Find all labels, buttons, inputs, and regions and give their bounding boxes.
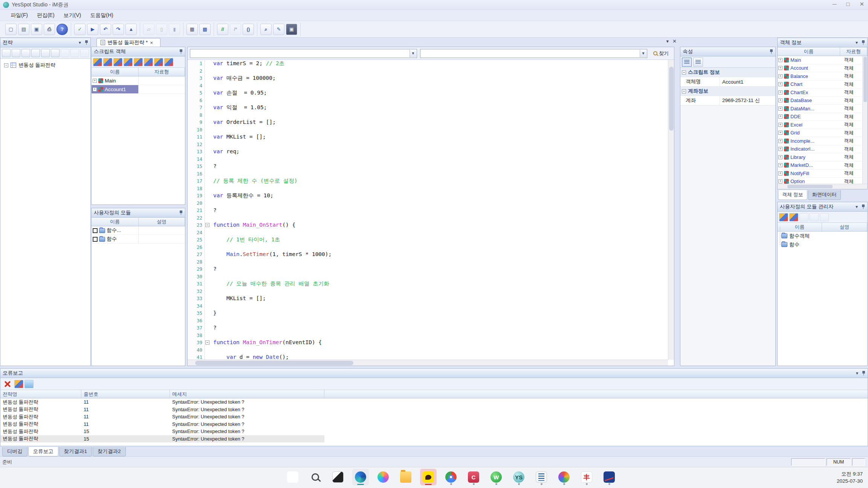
expand-icon[interactable]: +: [778, 82, 782, 86]
pin-icon[interactable]: [179, 49, 183, 54]
document-tab[interactable]: 변동성 돌파전략 * ×: [96, 38, 160, 47]
column-header-type[interactable]: 자료형: [139, 68, 185, 76]
stock-app-icon[interactable]: [601, 469, 617, 485]
script-check-icon[interactable]: ✓: [74, 24, 86, 35]
code-line[interactable]: 19var 등록제한수 = 10;: [188, 192, 668, 200]
find-object-icon[interactable]: [103, 58, 112, 66]
open-strategy-icon[interactable]: [12, 49, 20, 57]
expand-icon[interactable]: +: [778, 114, 782, 119]
code-line[interactable]: 24: [188, 229, 668, 236]
braces-icon[interactable]: (): [243, 24, 254, 35]
search-button[interactable]: [307, 469, 324, 485]
code-line[interactable]: 15?: [188, 163, 668, 170]
export-icon[interactable]: [80, 49, 89, 57]
error-row[interactable]: 변동성 돌파전략11SyntaxError: Unexpected token …: [0, 398, 868, 406]
expand-icon[interactable]: +: [778, 58, 782, 62]
code-line[interactable]: 20: [188, 200, 668, 207]
column-header-name[interactable]: 이름: [92, 68, 139, 76]
code-line[interactable]: 14: [188, 156, 668, 163]
save-icon[interactable]: ▣: [31, 24, 42, 35]
terminal-app-icon[interactable]: [533, 469, 550, 485]
code-line[interactable]: 32: [188, 288, 668, 295]
code-area[interactable]: 1var timerS = 2; // 2초23var 매수금 = 100000…: [188, 60, 668, 360]
property-value[interactable]: 2969-2572-11 신: [720, 96, 775, 105]
package-icon[interactable]: [113, 58, 122, 66]
paste-icon[interactable]: ▮: [169, 24, 180, 35]
paste-module-icon[interactable]: [810, 213, 819, 221]
error-row[interactable]: 변동성 돌파전략11SyntaxError: Unexpected token …: [0, 406, 868, 413]
kakaotalk-icon[interactable]: [420, 469, 437, 485]
column-header-desc[interactable]: 설명: [822, 223, 867, 231]
object-info-row[interactable]: +Main객체: [778, 56, 862, 64]
object-combo[interactable]: ▼: [190, 49, 417, 58]
object-info-vertical-scrollbar[interactable]: [862, 56, 867, 184]
code-line[interactable]: 1var timerS = 2; // 2초: [188, 60, 668, 67]
add-module-icon[interactable]: [779, 213, 788, 221]
expand-icon[interactable]: +: [778, 66, 782, 70]
code-line[interactable]: 29?: [188, 265, 668, 273]
new-file-icon[interactable]: ▢: [5, 24, 17, 35]
code-line[interactable]: 22: [188, 214, 668, 222]
strategy-tree-item[interactable]: − 변동성 돌파전략: [0, 59, 90, 69]
chrome-icon[interactable]: [443, 469, 459, 485]
error-row[interactable]: 변동성 돌파전략11SyntaxError: Unexpected token …: [0, 413, 868, 421]
open-file-icon[interactable]: ▤: [18, 24, 29, 35]
code-line[interactable]: 9var OrderList = [];: [188, 119, 668, 126]
dock-tab[interactable]: 객체 정보: [778, 190, 807, 200]
column-header-name[interactable]: 이름: [92, 218, 139, 226]
code-line[interactable]: 13var req;: [188, 148, 668, 156]
expand-icon[interactable]: +: [778, 163, 782, 167]
code-line[interactable]: 36: [188, 317, 668, 325]
code-line[interactable]: 12: [188, 141, 668, 148]
error-row[interactable]: 변동성 돌파전략11SyntaxError: Unexpected token …: [0, 421, 868, 428]
object-info-row[interactable]: +Balance객체: [778, 72, 862, 81]
delete-strategy-icon[interactable]: [51, 49, 60, 57]
code-line[interactable]: 3var 매수금 = 100000;: [188, 75, 668, 82]
link-red-icon[interactable]: [124, 58, 133, 66]
property-group-row[interactable]: −스크립트 정보: [680, 68, 775, 77]
dock-tab[interactable]: 화면데이터: [808, 190, 841, 200]
script-build-icon[interactable]: ▶: [87, 24, 98, 35]
code-line[interactable]: 28: [188, 258, 668, 266]
comment-block-icon[interactable]: /*: [230, 24, 241, 35]
fold-toggle-icon[interactable]: −: [205, 340, 209, 345]
pin-icon[interactable]: [770, 49, 773, 54]
fold-toggle-icon[interactable]: −: [205, 223, 209, 227]
new-strategy-icon[interactable]: [2, 49, 11, 57]
expand-icon[interactable]: +: [778, 171, 782, 175]
object-info-row[interactable]: +NotifyFill객체: [778, 169, 862, 178]
code-line[interactable]: 40: [188, 346, 668, 354]
collapse-icon[interactable]: ▾: [856, 204, 858, 209]
grid-icon[interactable]: ▦: [186, 24, 198, 35]
help-icon[interactable]: ?: [57, 24, 68, 35]
chevron-down-icon[interactable]: ▼: [410, 50, 416, 57]
dock-close-icon[interactable]: ✕: [672, 38, 677, 44]
object-info-row[interactable]: +Chart객체: [778, 81, 862, 89]
event-combo[interactable]: ▼: [420, 49, 647, 58]
find-button[interactable]: 찾기: [650, 49, 672, 58]
column-header-desc[interactable]: 설명: [139, 218, 185, 226]
column-header-type[interactable]: 자료형: [840, 47, 867, 56]
alphabetical-view-button[interactable]: [693, 58, 703, 67]
column-header-message[interactable]: 메세지: [170, 390, 324, 398]
object-info-row[interactable]: +IndicatorI...객체: [778, 145, 862, 154]
error-settings-icon[interactable]: [14, 380, 23, 388]
object-info-row[interactable]: +DataMan...객체: [778, 105, 862, 113]
code-line[interactable]: 41 var d = new Date();: [188, 354, 668, 360]
code-line[interactable]: 2: [188, 67, 668, 75]
pin-icon[interactable]: [179, 210, 183, 215]
object-info-row[interactable]: +Incomple...객체: [778, 137, 862, 145]
collapse-icon[interactable]: ▾: [79, 40, 81, 45]
object-info-row[interactable]: +Option객체: [778, 178, 862, 184]
code-line[interactable]: 7var 익절 = 1.05;: [188, 104, 668, 111]
code-line[interactable]: 23−function Main_OnStart() {: [188, 221, 668, 229]
code-line[interactable]: 34: [188, 302, 668, 310]
menu-item[interactable]: 도움말(H): [86, 11, 117, 20]
menu-item[interactable]: 파일(F): [7, 11, 32, 20]
comment-line-icon[interactable]: //: [217, 24, 228, 35]
property-value[interactable]: Account1: [720, 77, 775, 86]
code-line[interactable]: 17// 등록 제한 수 (변수로 설정): [188, 177, 668, 185]
expand-icon[interactable]: +: [778, 131, 782, 135]
checkbox[interactable]: [93, 228, 98, 233]
tab-close-icon[interactable]: ×: [150, 40, 153, 46]
